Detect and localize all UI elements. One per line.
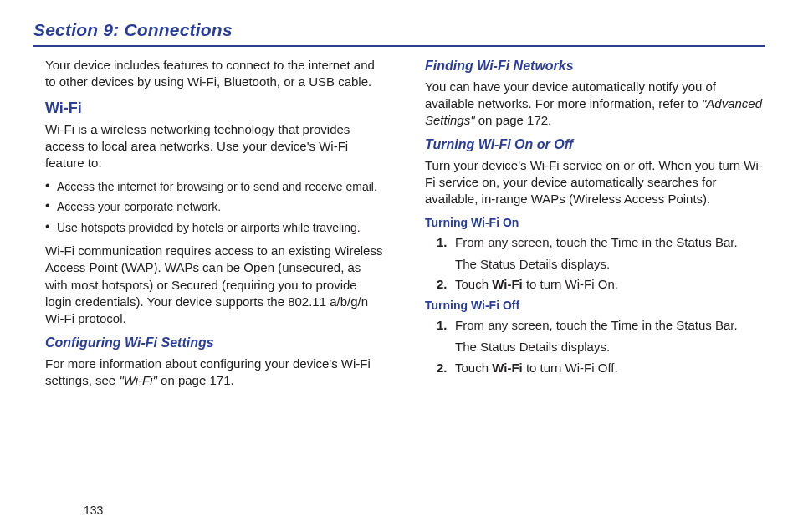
content-columns: Your device includes features to connect… xyxy=(33,57,765,396)
turning-off-steps: 1. From any screen, touch the Time in th… xyxy=(437,317,765,376)
step-main-bold: Wi-Fi xyxy=(492,361,523,375)
find-text-pre: You can have your device automatically n… xyxy=(425,79,716,110)
list-item: Access your corporate network. xyxy=(45,199,385,215)
finding-heading: Finding Wi-Fi Networks xyxy=(425,57,765,75)
step-main-pre: Touch xyxy=(455,361,492,375)
step-number: 2. xyxy=(437,276,448,293)
step-main-post: to turn Wi-Fi Off. xyxy=(523,361,618,375)
turning-heading: Turning Wi-Fi On or Off xyxy=(425,136,765,154)
configuring-text: For more information about configuring y… xyxy=(45,356,385,390)
step-main-pre: Touch xyxy=(455,277,492,291)
conf-ref: "Wi-Fi" xyxy=(119,373,157,387)
section-title: Section 9: Connections xyxy=(33,20,765,40)
turning-on-heading: Turning Wi-Fi On xyxy=(425,215,765,231)
intro-paragraph: Your device includes features to connect… xyxy=(45,57,385,91)
configuring-heading: Configuring Wi-Fi Settings xyxy=(45,334,385,352)
right-column: Finding Wi-Fi Networks You can have your… xyxy=(413,57,765,396)
conf-text-post: on page 171. xyxy=(157,373,234,387)
wifi-feature-list: Access the internet for browsing or to s… xyxy=(45,179,385,237)
left-column: Your device includes features to connect… xyxy=(33,57,385,396)
wifi-wap-paragraph: Wi-Fi communication requires access to a… xyxy=(45,243,385,327)
step-item: 2. Touch Wi-Fi to turn Wi-Fi On. xyxy=(437,276,765,293)
step-item: 1. From any screen, touch the Time in th… xyxy=(437,234,765,274)
step-main-post: to turn Wi-Fi On. xyxy=(523,277,618,291)
list-item: Access the internet for browsing or to s… xyxy=(45,179,385,195)
title-divider xyxy=(33,45,765,47)
wifi-intro: Wi-Fi is a wireless networking technolog… xyxy=(45,121,385,172)
step-main-bold: Wi-Fi xyxy=(492,277,523,291)
find-text-post: on page 172. xyxy=(475,113,552,127)
step-number: 2. xyxy=(437,360,448,376)
step-sub: The Status Details displays. xyxy=(455,339,765,356)
turning-on-steps: 1. From any screen, touch the Time in th… xyxy=(437,234,765,294)
step-item: 2. Touch Wi-Fi to turn Wi-Fi Off. xyxy=(437,360,765,376)
step-item: 1. From any screen, touch the Time in th… xyxy=(437,317,765,356)
step-sub: The Status Details displays. xyxy=(455,256,765,273)
finding-text: You can have your device automatically n… xyxy=(425,79,765,130)
turning-text: Turn your device's Wi-Fi service on or o… xyxy=(425,157,765,208)
step-main: From any screen, touch the Time in the S… xyxy=(455,318,738,332)
step-number: 1. xyxy=(437,317,448,334)
wifi-heading: Wi-Fi xyxy=(45,98,385,118)
step-number: 1. xyxy=(437,234,448,251)
page-number: 133 xyxy=(84,504,103,517)
step-main: From any screen, touch the Time in the S… xyxy=(455,235,738,249)
turning-off-heading: Turning Wi-Fi Off xyxy=(425,298,765,314)
list-item: Use hotspots provided by hotels or airpo… xyxy=(45,220,385,236)
